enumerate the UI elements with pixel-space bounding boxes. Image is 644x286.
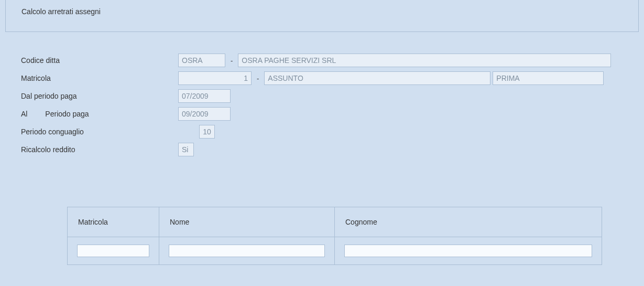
field-ricalcolo[interactable]: Si	[178, 143, 194, 156]
row-codice-ditta: Codice ditta OSRA - OSRA PAGHE SERVIZI S…	[21, 53, 639, 68]
field-codice-ditta-desc[interactable]: OSRA PAGHE SERVIZI SRL	[238, 54, 611, 67]
filter-input-cognome[interactable]	[344, 245, 592, 257]
col-header-cognome[interactable]: Cognome	[335, 207, 602, 237]
header-panel: Calcolo arretrati assegni	[5, 0, 639, 32]
table-filter-row	[68, 237, 602, 265]
filter-input-nome[interactable]	[169, 245, 325, 257]
label-periodo-paga: Periodo paga	[45, 110, 89, 118]
page-title: Calcolo arretrati assegni	[21, 7, 628, 16]
separator: -	[225, 57, 238, 65]
filter-input-matricola[interactable]	[77, 245, 149, 257]
label-dal-periodo: Dal periodo paga	[21, 92, 178, 100]
filter-cell-cognome	[335, 237, 602, 265]
filter-cell-matricola	[68, 237, 159, 265]
form-area: Codice ditta OSRA - OSRA PAGHE SERVIZI S…	[0, 32, 644, 157]
row-periodo-conguaglio: Periodo conguaglio 10	[21, 124, 639, 139]
field-dal-periodo[interactable]: 07/2009	[178, 89, 231, 103]
label-matricola: Matricola	[21, 74, 178, 82]
data-table: Matricola Nome Cognome	[67, 207, 602, 265]
field-matricola[interactable]: 1	[178, 71, 252, 85]
field-periodo-conguaglio[interactable]: 10	[199, 125, 215, 139]
label-codice-ditta: Codice ditta	[21, 56, 178, 65]
label-al-periodo: Al Periodo paga	[21, 110, 178, 118]
field-codice-ditta[interactable]: OSRA	[178, 54, 225, 67]
field-matricola-desc2[interactable]: PRIMA	[493, 71, 604, 85]
filter-cell-nome	[159, 237, 335, 265]
col-header-nome[interactable]: Nome	[159, 207, 335, 237]
row-dal-periodo: Dal periodo paga 07/2009	[21, 89, 639, 103]
row-matricola: Matricola 1 - ASSUNTO PRIMA	[21, 71, 639, 86]
separator: -	[252, 75, 264, 82]
label-al: Al	[21, 110, 27, 118]
row-al-periodo: Al Periodo paga 09/2009	[21, 107, 639, 121]
table-header-row: Matricola Nome Cognome	[68, 207, 602, 237]
row-ricalcolo: Ricalcolo reddito Si	[21, 142, 639, 157]
label-periodo-conguaglio: Periodo conguaglio	[21, 128, 178, 136]
field-matricola-desc1[interactable]: ASSUNTO	[264, 71, 490, 85]
label-ricalcolo: Ricalcolo reddito	[21, 145, 178, 154]
col-header-matricola[interactable]: Matricola	[68, 207, 159, 237]
field-al-periodo[interactable]: 09/2009	[178, 107, 231, 121]
